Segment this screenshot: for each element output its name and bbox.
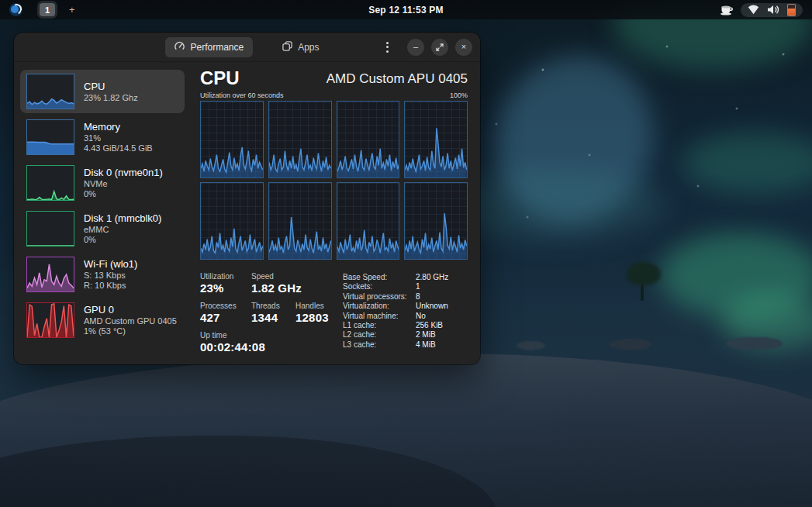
stat-speed: Speed 1.82 GHz [251, 272, 302, 295]
task-manager-window: Performance Apps – [14, 33, 480, 364]
cpu-core-graph-3 [404, 101, 468, 178]
detail-row: L3 cache: 4 MiB [343, 340, 448, 350]
clock-label[interactable]: Sep 12 11:53 PM [368, 5, 443, 16]
menu-kebab-icon[interactable] [382, 39, 392, 56]
performance-sidebar: CPU 23% 1.82 Ghz Memory 31% 4.43 GiB/14.… [14, 62, 191, 364]
sidebar-item-line: 0% [84, 189, 163, 199]
distro-logo-icon[interactable] [9, 3, 22, 16]
detail-row: L1 cache: 256 KiB [343, 321, 448, 330]
sidebar-item-line: 31% [84, 133, 153, 143]
cpu-panel: CPU AMD Custom APU 0405 Utilization over… [191, 62, 480, 364]
cpu-core-graph-1 [268, 101, 332, 178]
tab-apps[interactable]: Apps [273, 37, 328, 57]
cpu-core-graph-2 [337, 101, 400, 178]
core-graphs-grid [200, 101, 468, 260]
cpu-core-graph-4 [200, 182, 264, 260]
close-button[interactable]: × [455, 39, 472, 56]
workspace-indicator[interactable]: 1 [40, 3, 55, 16]
sidebar-item-title: Disk 1 (mmcblk0) [84, 212, 161, 225]
top-panel: 1 + Sep 12 11:53 PM [0, 0, 812, 19]
sidebar-item-memory[interactable]: Memory 31% 4.43 GiB/14.5 GiB [20, 116, 185, 159]
wallpaper-rocks [481, 333, 812, 354]
gauge-icon [174, 41, 185, 53]
gpu-mini-chart [26, 302, 74, 338]
tab-apps-label: Apps [298, 42, 319, 53]
tab-performance-label: Performance [190, 42, 244, 53]
detail-row: Sockets: 1 [343, 282, 448, 291]
restore-button[interactable] [431, 39, 448, 56]
cpu-core-graph-0 [200, 101, 264, 178]
battery-icon[interactable] [787, 4, 796, 16]
sidebar-item-disk0[interactable]: Disk 0 (nvme0n1) NVMe 0% [20, 161, 185, 205]
aurora-wisp [682, 132, 812, 194]
stat-handles: Handles 12803 [295, 302, 329, 324]
aurora-wisp [659, 233, 812, 318]
sidebar-item-gpu[interactable]: GPU 0 AMD Custom GPU 0405 1% (53 °C) [20, 298, 185, 342]
wifi-icon[interactable] [748, 5, 759, 15]
detail-row: Virtual machine: No [343, 312, 448, 321]
sidebar-item-line: AMD Custom GPU 0405 [84, 316, 177, 326]
graph-caption-label: Utilization over 60 seconds [200, 91, 284, 99]
sidebar-item-line: 0% [84, 235, 161, 245]
stat-threads: Threads 1344 [251, 302, 295, 324]
sidebar-item-line: R: 10 Kbps [84, 281, 137, 291]
detail-row: Virtualization: Unknown [343, 302, 448, 311]
tree-silhouette [641, 281, 644, 301]
system-tray [720, 3, 803, 17]
cpu-model-label: AMD Custom APU 0405 [327, 70, 468, 88]
cpu-core-graph-6 [337, 182, 400, 260]
sidebar-item-line: NVMe [84, 179, 163, 189]
detail-row: Virtual processors: 8 [343, 292, 448, 302]
sidebar-item-title: Disk 0 (nvme0n1) [84, 167, 163, 179]
sidebar-item-title: CPU [84, 81, 138, 93]
stat-uptime: Up time 00:02:44:08 [200, 331, 265, 354]
caffeine-cup-icon[interactable] [720, 4, 734, 16]
sidebar-item-title: GPU 0 [84, 304, 177, 316]
detail-row: Base Speed: 2.80 GHz [343, 273, 448, 282]
titlebar[interactable]: Performance Apps – [14, 33, 480, 62]
graph-max-label: 100% [450, 91, 468, 99]
sidebar-item-line: S: 13 Kbps [84, 271, 137, 281]
memory-mini-chart [26, 119, 74, 155]
minimize-button[interactable]: – [407, 39, 424, 56]
sidebar-item-line: 4.43 GiB/14.5 GiB [84, 143, 153, 153]
stat-processes: Processes 427 [200, 302, 251, 324]
disk0-mini-chart [26, 165, 74, 201]
aurora-wisp [468, 30, 679, 249]
sidebar-item-line: 23% 1.82 Ghz [84, 93, 138, 103]
wifi-mini-chart [26, 257, 74, 292]
sidebar-item-title: Memory [84, 121, 153, 133]
page-title: CPU [200, 68, 240, 88]
cpu-core-graph-7 [404, 182, 468, 260]
sidebar-item-title: Wi-Fi (wlo1) [84, 258, 137, 271]
sidebar-item-cpu[interactable]: CPU 23% 1.82 Ghz [20, 70, 185, 113]
cpu-details: Base Speed: 2.80 GHz Sockets: 1 Virtual … [343, 272, 448, 360]
sidebar-item-line: 1% (53 °C) [84, 326, 177, 336]
cpu-stats: Utilization 23% Speed 1.82 GHz Processes… [200, 272, 338, 360]
cpu-core-graph-5 [268, 182, 332, 260]
stat-utilization: Utilization 23% [200, 272, 251, 295]
sidebar-item-line: eMMC [84, 225, 161, 235]
sidebar-item-disk1[interactable]: Disk 1 (mmcblk0) eMMC 0% [20, 207, 185, 250]
volume-icon[interactable] [767, 5, 779, 15]
detail-row: L2 cache: 2 MiB [343, 330, 448, 340]
tab-performance[interactable]: Performance [165, 37, 253, 57]
add-workspace-button[interactable]: + [69, 4, 75, 16]
sidebar-item-wifi[interactable]: Wi-Fi (wlo1) S: 13 Kbps R: 10 Kbps [20, 253, 185, 296]
apps-icon [282, 41, 292, 53]
cpu-mini-chart [26, 74, 74, 109]
window-controls: – × [382, 39, 472, 56]
status-pill[interactable] [741, 3, 803, 17]
disk1-mini-chart [26, 211, 74, 247]
clock: Sep 12 11:53 PM [0, 5, 812, 16]
